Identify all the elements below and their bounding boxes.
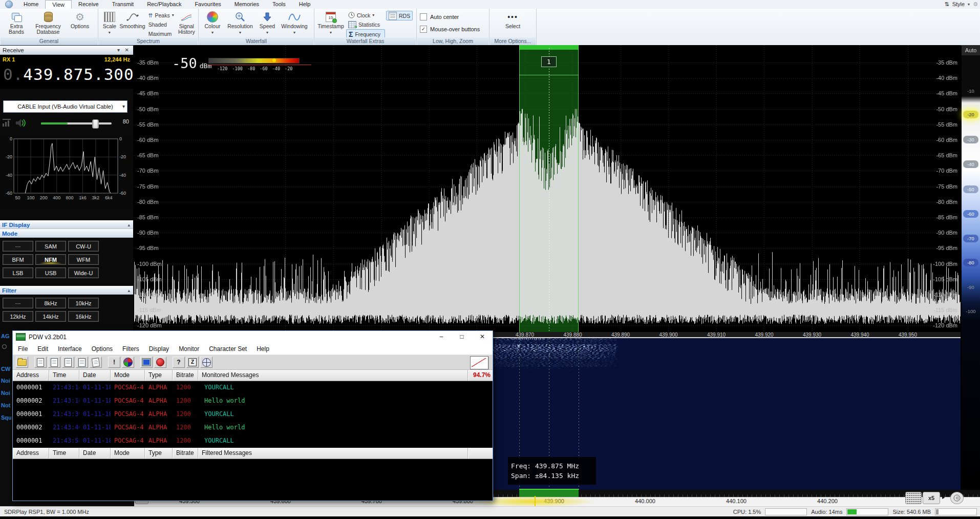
gain-tick--60[interactable]: -60 [963, 210, 978, 218]
pdw-column-time[interactable]: Time [49, 448, 79, 459]
mode-filter-button-[interactable]: ··· [3, 298, 33, 308]
colour-button[interactable]: Colour▾ [201, 10, 224, 35]
speaker-volume-icon[interactable] [15, 118, 27, 128]
panel-close-icon[interactable]: ✕ [125, 46, 129, 55]
mode-filter-button-WFM[interactable]: WFM [68, 254, 99, 265]
volume-slider-thumb[interactable] [92, 119, 99, 129]
rf-spectrum-plot[interactable] [134, 45, 961, 332]
pdw-column-messages[interactable]: Filtered Messages [198, 448, 468, 459]
help-button[interactable]: ? [173, 357, 185, 368]
pdw-minimize-button[interactable]: – [431, 331, 452, 343]
auto-center-checkbox[interactable]: Auto center [417, 10, 489, 22]
pdw-menu-interface[interactable]: Interface [58, 345, 82, 352]
gain-tick--50[interactable]: -50 [963, 185, 978, 193]
mode-filter-button-LSB[interactable]: LSB [3, 267, 33, 278]
copy-button-2[interactable] [48, 357, 60, 368]
timestamp-button[interactable]: 15 Timestamp▾ [316, 10, 345, 35]
tab-memories[interactable]: Memories [228, 0, 266, 8]
options-button[interactable]: ⚙ Options [66, 10, 94, 29]
volume-slider[interactable] [41, 122, 112, 124]
pdw-maximize-button[interactable]: □ [452, 331, 472, 343]
pdw-message-row[interactable]: 000000121:43:1401-11-18POCSAG-4ALPHA1200… [13, 381, 493, 395]
monitor-button[interactable] [140, 357, 153, 368]
gain-tick--30[interactable]: -30 [963, 136, 978, 143]
windowing-button[interactable]: Windowing▾ [280, 10, 309, 35]
mouse-over-buttons-checkbox[interactable]: ✓Mouse-over buttons [417, 22, 489, 34]
gain-tick--70[interactable]: -70 [963, 235, 978, 242]
mode-filter-button-10kHz[interactable]: 10kHz [68, 298, 99, 308]
mode-filter-button-BFM[interactable]: BFM [3, 254, 33, 265]
open-file-button[interactable] [16, 357, 28, 368]
band-playback-button[interactable] [950, 492, 964, 504]
pdw-column-date[interactable]: Date [79, 448, 111, 459]
select-button[interactable]: ••• Select [499, 10, 527, 29]
section-if-display[interactable]: IF Display ▴ [0, 220, 133, 229]
pdw-menu-monitor[interactable]: Monitor [179, 345, 199, 352]
copy-button-1[interactable] [34, 357, 47, 368]
style-button[interactable]: Style [952, 1, 965, 7]
pdw-menu-character-set[interactable]: Character Set [209, 345, 247, 352]
gain-auto-label[interactable]: Auto [962, 45, 980, 55]
scale-button[interactable]: Scale▾ [100, 10, 119, 35]
maximum-button[interactable]: Maximum [146, 29, 176, 38]
zoom-step-arrow[interactable]: ▸ [942, 494, 945, 501]
pdw-column-type[interactable]: Type [145, 448, 173, 459]
colour-stats-button[interactable] [122, 357, 134, 368]
extra-bands-button[interactable]: Extra Bands [2, 10, 31, 35]
legend-marker-dot[interactable] [272, 58, 276, 62]
tab-home[interactable]: Home [17, 0, 45, 8]
pdw-menu-file[interactable]: File [18, 345, 28, 352]
mode-filter-button-16kHz[interactable]: 16kHz [68, 311, 99, 322]
pdw-column-bitrate[interactable]: Bitrate [173, 370, 198, 381]
pdw-menu-display[interactable]: Display [149, 345, 169, 352]
tab-transmit[interactable]: Transmit [105, 0, 140, 8]
mode-filter-button-[interactable]: ··· [3, 241, 33, 252]
record-button[interactable] [154, 357, 166, 368]
save-log-button[interactable] [76, 357, 88, 368]
gain-tick--80[interactable]: -80 [963, 259, 978, 266]
mode-filter-button-USB[interactable]: USB [35, 267, 66, 278]
pdw-column-date[interactable]: Date [79, 370, 111, 381]
audio-device-select[interactable]: CABLE Input (VB-Audio Virtual Cable) ▾ [3, 100, 127, 113]
pdw-message-row[interactable]: 000000221:43:4001-11-18POCSAG-4ALPHA1200… [13, 421, 493, 434]
spectrum-gain-slider[interactable]: Auto -10-20-30-40-50-60-70-80-90-100 [962, 45, 980, 490]
pdw-column-bitrate[interactable]: Bitrate [173, 448, 198, 459]
levels-icon[interactable] [3, 119, 11, 127]
pdw-message-row[interactable]: 000000121:43:5801-11-18POCSAG-4ALPHA1200… [13, 434, 493, 448]
gain-tick--10[interactable]: -10 [963, 87, 978, 95]
tuned-frequency-cursor[interactable] [535, 496, 536, 506]
tab-help[interactable]: Help [292, 0, 317, 8]
style-dropdown-arrow[interactable]: ▾ [968, 2, 970, 7]
tab-tools[interactable]: Tools [266, 0, 292, 8]
tab-view[interactable]: View [45, 0, 72, 9]
gain-tick--90[interactable]: -90 [963, 283, 978, 291]
statistics-button[interactable]: 9Statistics [346, 20, 385, 29]
pdw-close-button[interactable]: ✕ [472, 331, 493, 343]
settings-gear-icon[interactable]: ⚙ [973, 1, 978, 8]
pdw-title-bar[interactable]: PDW v3.2b01 – □ ✕ [13, 331, 493, 343]
band-keyboard-button[interactable] [905, 492, 922, 504]
pdw-filtered-list[interactable] [13, 459, 493, 501]
section-mode[interactable]: Mode [0, 229, 133, 238]
if-display-collapse-icon[interactable]: ▴ [127, 221, 130, 229]
updown-icon[interactable]: ⇅ [944, 1, 949, 8]
band-zoom-button[interactable]: x5 [923, 492, 940, 504]
pdw-window[interactable]: PDW v3.2b01 – □ ✕ FileEditInterfaceOptio… [12, 330, 493, 501]
tab-rec-playback[interactable]: Rec/Playback [140, 0, 188, 8]
tab-receive[interactable]: Receive [72, 0, 105, 8]
app-menu-button[interactable] [5, 1, 13, 8]
alert-button[interactable]: ! [108, 357, 120, 368]
charset-button[interactable]: Z [186, 357, 199, 368]
copy-button-3[interactable] [62, 357, 74, 368]
pdw-column-mode[interactable]: Mode [111, 448, 145, 459]
mode-filter-button-NFM[interactable]: NFM [35, 254, 66, 265]
gain-tick--40[interactable]: -40 [963, 160, 978, 168]
pdw-menu-options[interactable]: Options [92, 345, 113, 352]
speed-button[interactable]: Speed▾ [256, 10, 279, 35]
mode-filter-button-14kHz[interactable]: 14kHz [35, 311, 66, 322]
peaks-button[interactable]: ⇈Peaks▾ [146, 11, 176, 19]
pdw-monitored-header[interactable]: AddressTimeDateModeTypeBitrateMonitored … [13, 370, 493, 381]
pdw-menu-help[interactable]: Help [257, 345, 269, 352]
pdw-message-list[interactable]: 000000121:43:1401-11-18POCSAG-4ALPHA1200… [13, 381, 493, 448]
pdw-column-address[interactable]: Address [13, 448, 49, 459]
